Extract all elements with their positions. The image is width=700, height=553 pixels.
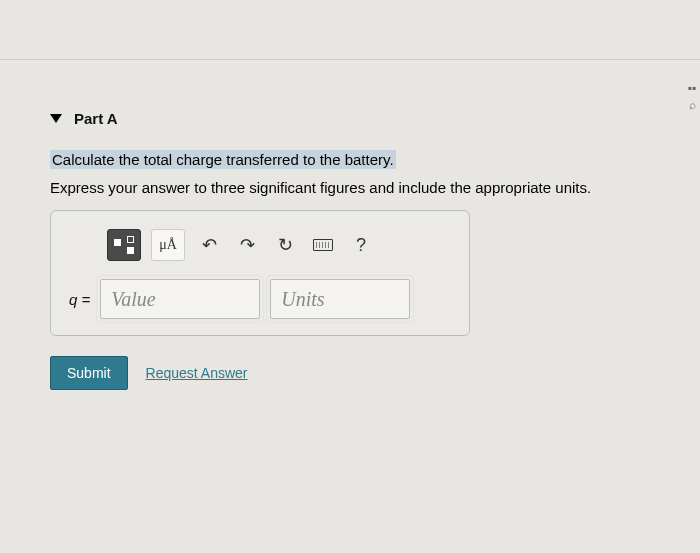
- value-input[interactable]: Value: [100, 279, 260, 319]
- keyboard-icon: [313, 239, 333, 251]
- corner-decor: ▪▪⌕: [687, 80, 696, 114]
- value-placeholder: Value: [111, 288, 155, 311]
- redo-button[interactable]: ↷: [233, 229, 261, 261]
- question-text: Calculate the total charge transferred t…: [50, 150, 396, 169]
- variable-label: q =: [69, 291, 90, 308]
- templates-button[interactable]: [107, 229, 141, 261]
- units-symbol-label: μÅ: [159, 237, 177, 253]
- reset-button[interactable]: ↻: [271, 229, 299, 261]
- part-title: Part A: [74, 110, 118, 127]
- undo-icon: ↶: [202, 234, 217, 256]
- help-button[interactable]: ?: [347, 229, 375, 261]
- reset-icon: ↻: [278, 234, 293, 256]
- submit-row: Submit Request Answer: [50, 356, 660, 390]
- submit-button[interactable]: Submit: [50, 356, 128, 390]
- input-row: q = Value Units: [69, 279, 451, 319]
- content-area: Part A Calculate the total charge transf…: [0, 60, 700, 390]
- request-answer-link[interactable]: Request Answer: [146, 365, 248, 381]
- question-block: Calculate the total charge transferred t…: [50, 151, 660, 196]
- caret-down-icon: [50, 114, 62, 123]
- keyboard-button[interactable]: [309, 229, 337, 261]
- units-input[interactable]: Units: [270, 279, 410, 319]
- units-symbol-button[interactable]: μÅ: [151, 229, 185, 261]
- undo-button[interactable]: ↶: [195, 229, 223, 261]
- redo-icon: ↷: [240, 234, 255, 256]
- units-placeholder: Units: [281, 288, 324, 311]
- top-strip: [0, 0, 700, 60]
- help-icon: ?: [356, 235, 366, 256]
- instruction-text: Express your answer to three significant…: [50, 179, 660, 196]
- templates-icon: [114, 236, 134, 254]
- answer-panel: μÅ ↶ ↷ ↻ ? q = Value Units: [50, 210, 470, 336]
- toolbar: μÅ ↶ ↷ ↻ ?: [107, 229, 451, 261]
- part-header[interactable]: Part A: [50, 110, 660, 127]
